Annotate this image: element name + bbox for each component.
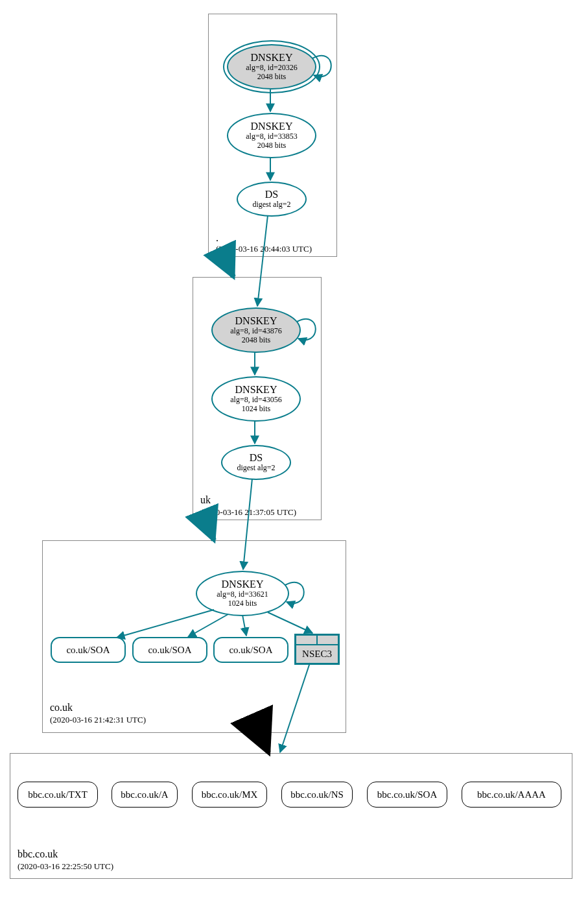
node-uk-dnskey-zsk: DNSKEY alg=8, id=43056 1024 bits [211,376,301,422]
node-bbc-ns: bbc.co.uk/NS [281,782,353,808]
node-bbc-aaaa: bbc.co.uk/AAAA [462,782,561,808]
node-sub: alg=8, id=43876 [230,327,282,336]
rr-label: bbc.co.uk/SOA [377,789,438,800]
node-bbc-a: bbc.co.uk/A [112,782,178,808]
rr-label: co.uk/SOA [148,645,191,656]
node-sub: 2048 bits [257,141,286,150]
node-bbc-txt: bbc.co.uk/TXT [18,782,98,808]
rr-label: bbc.co.uk/A [121,789,168,800]
rr-label: co.uk/SOA [66,645,110,656]
node-bbc-mx: bbc.co.uk/MX [192,782,267,808]
rr-label: bbc.co.uk/NS [290,789,344,800]
rr-label: co.uk/SOA [229,645,272,656]
node-sub: alg=8, id=43056 [230,396,282,405]
zone-bbc-label: bbc.co.uk [18,848,58,860]
zone-root-label: . [216,232,218,244]
node-sub: alg=8, id=33853 [246,132,298,141]
node-couk-nsec3: NSEC3 [294,634,340,665]
node-couk-soa-3: co.uk/SOA [213,637,288,663]
node-title: DNSKEY [251,121,293,132]
node-sub: alg=8, id=20326 [246,64,298,73]
zone-bbc [10,753,572,879]
zone-couk-label: co.uk [50,702,73,713]
node-root-dnskey-zsk: DNSKEY alg=8, id=33853 2048 bits [227,113,316,158]
zone-uk-time: (2020-03-16 21:37:05 UTC) [200,507,296,518]
node-sub: 1024 bits [228,599,257,608]
zone-couk-time: (2020-03-16 21:42:31 UTC) [50,715,146,725]
node-sub: 2048 bits [257,73,286,82]
node-title: DNSKEY [251,52,293,64]
node-couk-dnskey: DNSKEY alg=8, id=33621 1024 bits [196,571,289,616]
node-root-dnskey-ksk: DNSKEY alg=8, id=20326 2048 bits [227,44,316,90]
node-title: DS [265,189,278,200]
node-couk-soa-2: co.uk/SOA [132,637,207,663]
node-title: DS [250,452,263,464]
zone-root-time: (2020-03-16 20:44:03 UTC) [216,244,312,254]
node-uk-ds: DS digest alg=2 [221,445,291,480]
node-uk-dnskey-ksk: DNSKEY alg=8, id=43876 2048 bits [211,307,301,353]
node-sub: 2048 bits [242,336,270,345]
rr-label: bbc.co.uk/MX [202,789,258,800]
node-sub: 1024 bits [242,405,270,414]
node-sub: digest alg=2 [237,464,275,473]
node-title: DNSKEY [235,315,277,327]
node-root-ds: DS digest alg=2 [237,182,307,217]
node-bbc-soa: bbc.co.uk/SOA [367,782,447,808]
nsec3-label: NSEC3 [302,649,332,660]
rr-label: bbc.co.uk/AAAA [477,789,546,800]
node-title: DNSKEY [222,579,264,590]
rr-label: bbc.co.uk/TXT [28,789,88,800]
node-couk-soa-1: co.uk/SOA [51,637,126,663]
zone-uk-label: uk [200,494,211,506]
node-title: DNSKEY [235,384,277,396]
node-sub: alg=8, id=33621 [217,590,268,599]
zone-bbc-time: (2020-03-16 22:25:50 UTC) [18,861,113,872]
node-sub: digest alg=2 [252,200,290,210]
